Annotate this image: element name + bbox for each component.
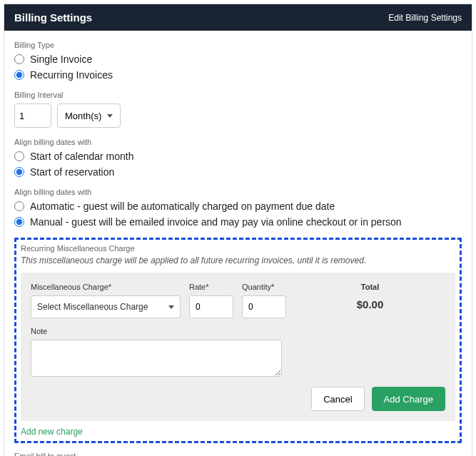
edit-billing-settings-link[interactable]: Edit Billing Settings xyxy=(388,13,462,23)
align-calendar-text: Start of calendar month xyxy=(30,151,134,162)
charge-form: Miscellaneous Charge* Select Miscellaneo… xyxy=(21,273,455,421)
align-calendar-radio[interactable] xyxy=(14,151,24,161)
note-textarea[interactable] xyxy=(31,340,282,377)
payment-manual-radio[interactable] xyxy=(14,217,24,227)
charge-select-col: Miscellaneous Charge* Select Miscellaneo… xyxy=(31,283,181,318)
payment-mode-label: Align billing dates with xyxy=(14,188,462,196)
total-value: $0.00 xyxy=(295,298,445,310)
panel-header: Billing Settings Edit Billing Settings xyxy=(4,4,472,31)
align-reservation-row[interactable]: Start of reservation xyxy=(14,166,462,178)
billing-type-label: Billing Type xyxy=(14,41,462,49)
note-col: Note xyxy=(31,327,445,377)
payment-automatic-row[interactable]: Automatic - guest will be automatically … xyxy=(14,201,462,212)
billing-interval-label: Billing Interval xyxy=(14,91,462,99)
payment-automatic-text: Automatic - guest will be automatically … xyxy=(30,201,335,212)
recurring-charge-highlight: Recurring Miscellaneous Charge This misc… xyxy=(14,238,462,443)
billing-type-section: Billing Type Single Invoice Recurring In… xyxy=(14,41,462,81)
billing-interval-unit-select[interactable]: Month(s) xyxy=(57,103,121,128)
add-charge-button[interactable]: Add Charge xyxy=(372,387,445,411)
chevron-down-icon xyxy=(107,114,113,118)
recurring-charge-title: Recurring Miscellaneous Charge xyxy=(21,244,455,253)
misc-charge-placeholder: Select Miscellaneous Charge xyxy=(37,302,148,312)
charge-cancel-button[interactable]: Cancel xyxy=(311,387,364,411)
billing-type-recurring-row[interactable]: Recurring Invoices xyxy=(14,69,462,81)
billing-type-recurring-radio[interactable] xyxy=(14,70,24,80)
billing-type-recurring-text: Recurring Invoices xyxy=(30,69,113,81)
payment-manual-text: Manual - guest will be emailed invoice a… xyxy=(30,216,402,228)
recurring-charge-note: This miscellaneous charge will be applie… xyxy=(21,255,455,265)
payment-automatic-radio[interactable] xyxy=(14,201,24,211)
add-new-charge-link[interactable]: Add new charge xyxy=(21,427,83,437)
misc-charge-label: Miscellaneous Charge* xyxy=(31,283,181,291)
panel-title: Billing Settings xyxy=(14,11,92,24)
email-bill-section: Email bill to guest Day(s) before due da… xyxy=(14,452,462,456)
billing-interval-unit-text: Month(s) xyxy=(65,111,101,121)
align-dates-label: Align billing dates with xyxy=(14,138,462,146)
rate-col: Rate* xyxy=(189,283,233,318)
quantity-label: Quantity* xyxy=(242,283,286,291)
note-label: Note xyxy=(31,327,445,335)
align-dates-section: Align billing dates with Start of calend… xyxy=(14,138,462,178)
payment-mode-section: Align billing dates with Automatic - gue… xyxy=(14,188,462,228)
total-label: Total xyxy=(295,283,445,291)
quantity-col: Quantity* xyxy=(242,283,286,318)
billing-settings-panel: Billing Settings Edit Billing Settings B… xyxy=(4,4,472,456)
total-col: Total $0.00 xyxy=(295,283,445,310)
misc-charge-select[interactable]: Select Miscellaneous Charge xyxy=(31,295,181,318)
billing-interval-value-input[interactable] xyxy=(14,103,51,128)
billing-type-single-radio[interactable] xyxy=(14,54,24,64)
rate-input[interactable] xyxy=(189,295,233,318)
payment-manual-row[interactable]: Manual - guest will be emailed invoice a… xyxy=(14,216,462,228)
email-bill-label: Email bill to guest xyxy=(14,452,462,456)
rate-label: Rate* xyxy=(189,283,233,291)
panel-body: Billing Type Single Invoice Recurring In… xyxy=(4,31,472,456)
billing-type-single-text: Single Invoice xyxy=(30,54,92,65)
billing-type-single-row[interactable]: Single Invoice xyxy=(14,54,462,65)
billing-interval-section: Billing Interval Month(s) xyxy=(14,91,462,128)
chevron-down-icon xyxy=(168,305,174,309)
align-calendar-row[interactable]: Start of calendar month xyxy=(14,151,462,162)
align-reservation-radio[interactable] xyxy=(14,167,24,177)
charge-actions: Cancel Add Charge xyxy=(31,387,445,411)
quantity-input[interactable] xyxy=(242,295,286,318)
align-reservation-text: Start of reservation xyxy=(30,166,114,178)
